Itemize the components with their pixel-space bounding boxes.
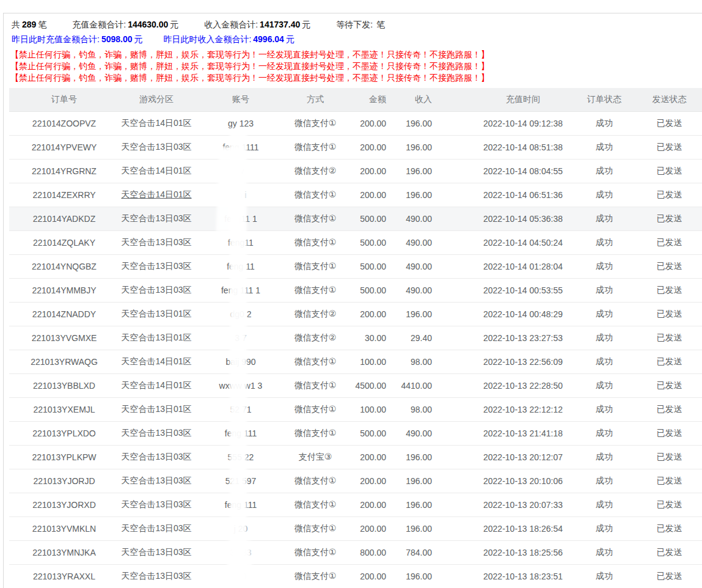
cell-amount: 500.00 — [343, 422, 395, 446]
table-header-row: 订单号 游戏分区 账号 方式 金额 收入 充值时间 订单状态 发送状态 — [9, 88, 702, 112]
order-admin-page: 共289笔 充值金额合计:144630.00元 收入金额合计:141737.40… — [0, 0, 702, 588]
cell-order-status: 成功 — [587, 207, 636, 231]
cell-send-status: 已发送 — [636, 231, 702, 255]
order-table: 订单号 游戏分区 账号 方式 金额 收入 充值时间 订单状态 发送状态 2210… — [9, 88, 702, 588]
cell-income: 196.00 — [395, 183, 441, 207]
cell-order-no: 221014YMMBJY — [9, 279, 119, 303]
cell-send-status: 已发送 — [636, 112, 702, 136]
cell-amount: 200.00 — [343, 469, 395, 493]
cell-amount: 500.00 — [343, 255, 395, 279]
cell-income: 196.00 — [395, 112, 441, 136]
cell-zone: 天空合击13日03区 — [119, 279, 194, 303]
cell-account: 35 33 — [194, 541, 288, 565]
yesterday-line: 昨日此时充值金额合计:5098.00元 昨日此时收入金额合计:4996.04元 — [12, 34, 702, 44]
cell-order-no: 221014YADKDZ — [9, 207, 119, 231]
cell-time: 2022-10-13 22:28:50 — [441, 374, 587, 398]
cell-time: 2022-10-14 01:28:04 — [441, 255, 587, 279]
table-row: 221013YVMKLN天空合击13日03区j 20微信支付①200.00196… — [9, 517, 702, 541]
cell-zone: 天空合击13日03区 — [119, 541, 194, 565]
cell-zone: 天空合击13日01区 — [119, 326, 194, 350]
cell-order-no: 221014YPVEWY — [9, 136, 119, 160]
total-count-stat: 共289笔 — [12, 20, 46, 29]
cell-income: 196.00 — [395, 446, 441, 469]
cell-income: 29.40 — [395, 326, 441, 350]
cell-order-no: 221013YMNJKA — [9, 541, 119, 565]
cell-amount: 200.00 — [343, 183, 395, 207]
cell-amount: 100.00 — [343, 350, 395, 374]
table-row: 221013YPLXDO天空合击13日03区feng 111微信支付①500.0… — [9, 422, 702, 446]
cell-account: feng 11 — [194, 255, 288, 279]
cell-order-status: 成功 — [587, 231, 636, 255]
cell-zone[interactable]: 天空合击14日01区 — [119, 183, 194, 207]
cell-time: 2022-10-14 00:48:29 — [441, 303, 587, 326]
cell-account: 3 7 — [194, 326, 288, 350]
cell-account: 52 71 — [194, 398, 288, 422]
cell-income: 490.00 — [395, 255, 441, 279]
cell-amount: 200.00 — [343, 493, 395, 517]
cell-account: feng11 1 — [194, 207, 288, 231]
cell-account: w — [194, 160, 288, 183]
cell-zone: 天空合击13日03区 — [119, 231, 194, 255]
cell-order-status: 成功 — [587, 279, 636, 303]
col-header-status: 订单状态 — [587, 88, 636, 112]
cell-method: 微信支付① — [288, 422, 343, 446]
table-row: 221014YMMBJY天空合击13日03区feng 111 1微信支付①500… — [9, 279, 702, 303]
cell-send-status: 已发送 — [636, 565, 702, 588]
cell-account: dg0 2 — [194, 303, 288, 326]
cell-zone: 天空合击13日03区 — [119, 469, 194, 493]
cell-order-no: 221013YRAXXL — [9, 565, 119, 588]
cell-account: feng 111 1 — [194, 279, 288, 303]
cell-income: 490.00 — [395, 231, 441, 255]
cell-method: 微信支付① — [288, 541, 343, 565]
col-header-order-no: 订单号 — [9, 88, 119, 112]
cell-send-status: 已发送 — [636, 493, 702, 517]
cell-time: 2022-10-14 08:51:38 — [441, 136, 587, 160]
table-row: 221014YNQGBZ天空合击13日03区feng 11微信支付①500.00… — [9, 255, 702, 279]
cell-income: 196.00 — [395, 469, 441, 493]
cell-order-status: 成功 — [587, 183, 636, 207]
cell-zone: 天空合击14日01区 — [119, 374, 194, 398]
cell-method: 微信支付② — [288, 303, 343, 326]
cell-account: z 0 — [194, 565, 288, 588]
table-row: 221014ZEXRRY天空合击14日01区m i微信支付①200.00196.… — [9, 183, 702, 207]
cell-time: 2022-10-13 20:10:06 — [441, 469, 587, 493]
cell-amount: 200.00 — [343, 303, 395, 326]
warning-line: 【禁止任何行骗，钓鱼，诈骗，赌博，胖妞，娱乐，套现等行为！一经发现直接封号处理，… — [10, 72, 702, 84]
table-row: 221014YADKDZ天空合击13日03区feng11 1微信支付①500.0… — [9, 207, 702, 231]
cell-zone: 天空合击13日03区 — [119, 517, 194, 541]
cell-order-no: 221013YVGMXE — [9, 326, 119, 350]
cell-method: 微信支付① — [288, 565, 343, 588]
cell-amount: 800.00 — [343, 541, 395, 565]
warning-line: 【禁止任何行骗，钓鱼，诈骗，赌博，胖妞，娱乐，套现等行为！一经发现直接封号处理，… — [10, 61, 702, 72]
col-header-income: 收入 — [395, 88, 441, 112]
cell-amount: 200.00 — [343, 446, 395, 469]
cell-order-status: 成功 — [587, 160, 636, 183]
table-row: 221013YRAXXL天空合击13日03区z 0微信支付①200.00196.… — [9, 565, 702, 588]
cell-amount: 200.00 — [343, 136, 395, 160]
cell-order-no: 221013YBBLXD — [9, 374, 119, 398]
cell-income: 196.00 — [395, 517, 441, 541]
totals-line: 共289笔 充值金额合计:144630.00元 收入金额合计:141737.40… — [12, 20, 702, 29]
col-header-send-status: 发送状态 — [636, 88, 702, 112]
table-row: 221013YMNJKA天空合击13日03区35 33微信支付①800.0078… — [9, 541, 702, 565]
cell-account: j 20 — [194, 517, 288, 541]
cell-income: 490.00 — [395, 207, 441, 231]
cell-order-status: 成功 — [587, 422, 636, 446]
cell-zone: 天空合击14日01区 — [119, 160, 194, 183]
cell-time: 2022-10-14 00:53:55 — [441, 279, 587, 303]
cell-income: 196.00 — [395, 136, 441, 160]
cell-zone: 天空合击13日01区 — [119, 398, 194, 422]
cell-order-no: 221013YPLKPW — [9, 446, 119, 469]
cell-time: 2022-10-13 22:56:09 — [441, 350, 587, 374]
table-row: 221014ZQLAKY天空合击13日03区feng11微信支付①500.004… — [9, 231, 702, 255]
cell-send-status: 已发送 — [636, 469, 702, 493]
cell-income: 98.00 — [395, 398, 441, 422]
cell-order-status: 成功 — [587, 326, 636, 350]
cell-time: 2022-10-13 18:25:56 — [441, 541, 587, 565]
cell-method: 微信支付① — [288, 255, 343, 279]
table-row: 221013YBBLXD天空合击14日01区wxww w1 3微信支付①4500… — [9, 374, 702, 398]
cell-zone: 天空合击14日01区 — [119, 112, 194, 136]
cell-time: 2022-10-13 18:26:54 — [441, 517, 587, 541]
cell-send-status: 已发送 — [636, 374, 702, 398]
cell-order-no: 221013YPLXDO — [9, 422, 119, 446]
